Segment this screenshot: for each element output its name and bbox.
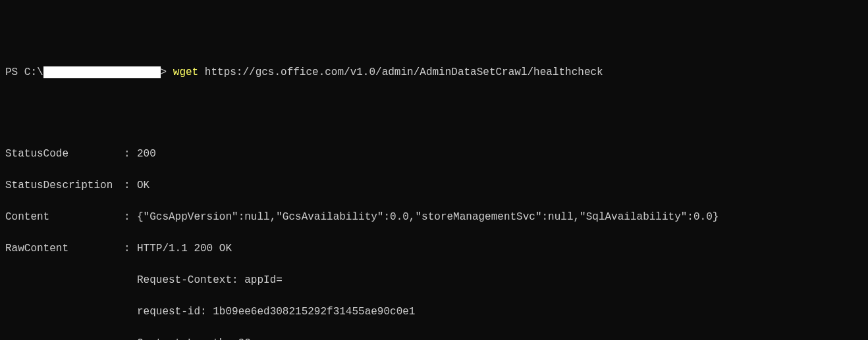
status-code-row: StatusCode: 200	[5, 146, 863, 162]
field-label: StatusCode	[5, 146, 124, 162]
redacted-path	[43, 66, 161, 78]
raw-content-line: request-id: 1b09ee6ed308215292f31455ae90…	[5, 304, 863, 320]
raw-content-line: Content-Length: 92	[5, 335, 863, 340]
command-prompt-line[interactable]: PS C:\> wget https://gcs.office.com/v1.0…	[5, 64, 863, 80]
field-value: OK	[137, 178, 863, 193]
colon: :	[124, 146, 137, 162]
content-row: Content: {"GcsAppVersion":null,"GcsAvail…	[5, 209, 863, 225]
field-label: StatusDescription	[5, 178, 124, 193]
command-keyword: wget	[173, 64, 198, 80]
field-label: RawContent	[5, 241, 124, 256]
colon: :	[124, 178, 137, 193]
field-value: {"GcsAppVersion":null,"GcsAvailability":…	[137, 209, 863, 225]
raw-content-row: RawContent: HTTP/1.1 200 OK	[5, 241, 863, 256]
field-value: 200	[137, 146, 863, 162]
colon: :	[124, 241, 137, 256]
raw-content-line: Request-Context: appId=	[5, 272, 863, 288]
colon: :	[124, 209, 137, 225]
command-argument: https://gcs.office.com/v1.0/admin/AdminD…	[198, 64, 603, 80]
prompt-prefix: PS C:\	[5, 64, 43, 80]
field-label: Content	[5, 209, 124, 225]
status-description-row: StatusDescription: OK	[5, 178, 863, 193]
field-value: HTTP/1.1 200 OK	[137, 241, 863, 256]
output-block: StatusCode: 200 StatusDescription: OK Co…	[5, 130, 863, 340]
prompt-arrow: >	[161, 64, 173, 80]
